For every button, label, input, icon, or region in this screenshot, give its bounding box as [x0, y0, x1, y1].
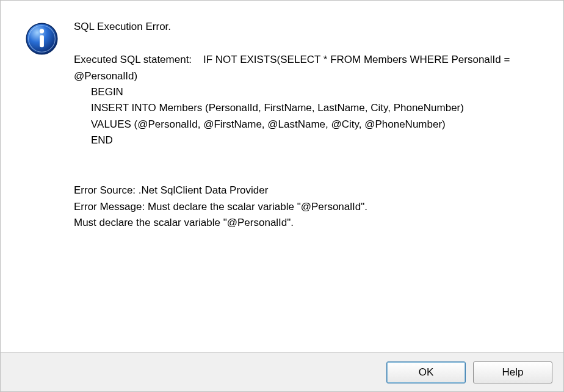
info-icon	[25, 22, 59, 56]
error-message-line1: Error Message: Must declare the scalar v…	[74, 199, 545, 215]
error-source-value: .Net SqlClient Data Provider	[139, 184, 269, 196]
sql-statement-block: Executed SQL statement: IF NOT EXISTS(SE…	[74, 52, 545, 148]
error-source-label: Error Source:	[74, 184, 136, 196]
error-message-line2: Must declare the scalar variable "@Perso…	[74, 215, 545, 231]
sql-line-2: BEGIN	[74, 84, 545, 100]
dialog-content: SQL Execution Error. Executed SQL statem…	[1, 1, 563, 243]
error-message-text1: Must declare the scalar variable "@Perso…	[148, 201, 367, 212]
error-message-label: Error Message:	[74, 201, 145, 212]
statement-label: Executed SQL statement:	[74, 54, 192, 65]
button-bar: OK Help	[1, 352, 563, 391]
icon-column	[25, 19, 62, 59]
ok-button[interactable]: OK	[386, 361, 466, 383]
sql-line-4: VALUES (@PersonalId, @FirstName, @LastNa…	[74, 117, 545, 132]
sql-line-3: INSERT INTO Members (PersonalId, FirstNa…	[74, 100, 545, 116]
error-title: SQL Execution Error.	[74, 19, 545, 35]
svg-rect-3	[40, 35, 44, 47]
error-details-block: Error Source: .Net SqlClient Data Provid…	[74, 183, 545, 231]
svg-point-2	[40, 29, 44, 33]
message-text: SQL Execution Error. Executed SQL statem…	[74, 19, 545, 231]
help-button[interactable]: Help	[473, 361, 552, 383]
sql-line-1: Executed SQL statement: IF NOT EXISTS(SE…	[74, 52, 545, 84]
sql-line-5: END	[74, 132, 545, 148]
error-source-line: Error Source: .Net SqlClient Data Provid…	[74, 183, 545, 198]
